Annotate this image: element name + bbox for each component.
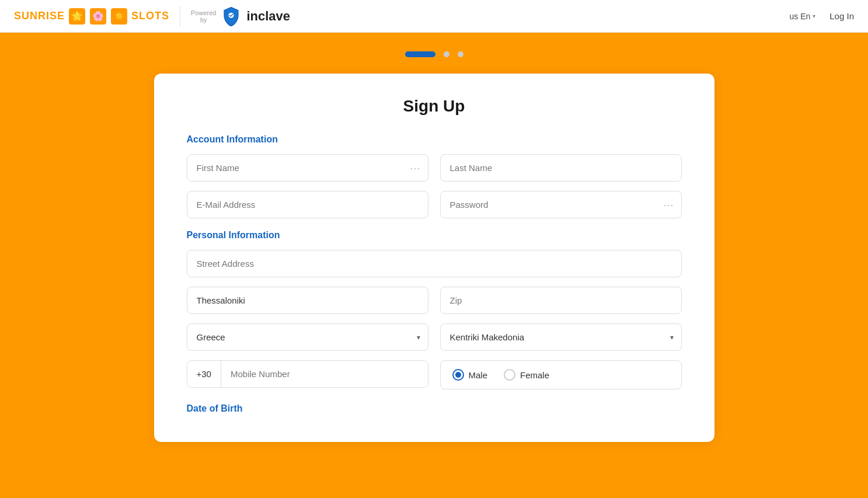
slot-icon-1: 🌟 [69,8,85,25]
language-selector[interactable]: us En ▾ [789,12,815,21]
city-input[interactable] [187,287,428,314]
lang-chevron-icon: ▾ [813,13,815,19]
slots-text: SLOTS [131,10,169,22]
lang-label: us En [789,12,810,21]
female-label: Female [520,370,549,380]
city-zip-row [187,287,682,314]
password-group: ⋯ [440,191,682,218]
female-radio-circle[interactable] [504,369,515,381]
inclave-logo: inclave [221,6,290,27]
street-group [187,250,682,277]
header-divider [180,6,180,27]
gender-male-option[interactable]: Male [452,369,488,381]
email-group [187,191,428,218]
inclave-shield-icon [221,6,242,27]
account-info-section-label: Account Information [187,134,682,145]
phone-prefix-label: +30 [187,361,221,387]
country-group: Greece ▾ [187,323,428,351]
phone-gender-row: +30 Male Female [187,360,682,389]
progress-step-3 [458,51,463,57]
zip-input[interactable] [440,287,682,314]
city-group [187,287,428,314]
male-radio-circle[interactable] [452,369,464,381]
country-select[interactable]: Greece [187,323,428,351]
street-input[interactable] [187,250,682,277]
region-select[interactable]: Kentriki Makedonia [440,323,682,351]
brand-logo: SUNRISE 🌟 🌸 ☀️ SLOTS [14,8,169,25]
password-input[interactable] [440,191,682,218]
email-password-row: ⋯ [187,191,682,218]
form-title: Sign Up [187,97,682,116]
name-row: ⋯ [187,154,682,182]
phone-group: +30 [187,360,428,389]
inclave-name: inclave [246,9,290,24]
progress-step-1 [405,51,435,57]
gender-options: Male Female [440,360,682,389]
sunrise-text: SUNRISE [14,10,65,22]
progress-indicator [405,51,463,57]
signup-form-card: Sign Up Account Information ⋯ ⋯ Personal… [154,74,714,442]
male-label: Male [469,370,488,380]
zip-group [440,287,682,314]
password-dots-icon: ⋯ [663,198,675,211]
phone-input[interactable] [221,361,428,387]
first-name-group: ⋯ [187,154,428,182]
powered-by-label: Powered by [191,9,216,23]
first-name-dots-icon: ⋯ [410,162,421,175]
header: SUNRISE 🌟 🌸 ☀️ SLOTS Powered by inclave … [0,0,868,33]
personal-info-section-label: Personal Information [187,230,682,241]
country-region-row: Greece ▾ Kentriki Makedonia ▾ [187,323,682,351]
region-group: Kentriki Makedonia ▾ [440,323,682,351]
header-right: us En ▾ Log In [789,11,854,21]
last-name-input[interactable] [440,154,682,182]
slot-icon-3: ☀️ [111,8,127,25]
main-area: Sign Up Account Information ⋯ ⋯ Personal… [0,33,868,498]
progress-step-2 [444,51,449,57]
phone-field-container: +30 [187,360,428,388]
last-name-group [440,154,682,182]
street-row [187,250,682,277]
login-button[interactable]: Log In [829,11,854,21]
first-name-input[interactable] [187,154,428,182]
slot-icon-2: 🌸 [90,8,106,25]
gender-group: Male Female [440,360,682,389]
email-input[interactable] [187,191,428,218]
dob-section-label: Date of Birth [187,403,682,414]
gender-female-option[interactable]: Female [504,369,549,381]
